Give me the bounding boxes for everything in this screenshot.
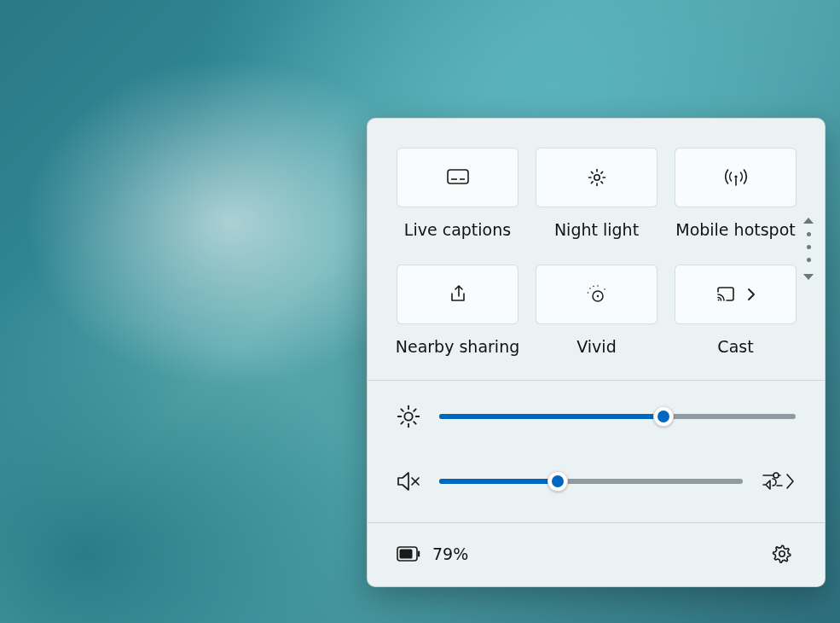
svg-point-20 [597, 285, 599, 287]
audio-output-button[interactable] [762, 464, 796, 498]
svg-line-28 [401, 409, 403, 410]
svg-line-8 [591, 172, 593, 173]
page-up-arrow-icon[interactable] [803, 218, 814, 224]
tile-live-captions-label: Live captions [404, 220, 511, 239]
tile-night-light-wrap: Night light [536, 148, 658, 239]
tile-cast[interactable] [675, 265, 797, 324]
svg-point-22 [717, 299, 719, 300]
tiles-page-indicator[interactable] [796, 218, 821, 280]
chevron-right-icon [747, 288, 756, 301]
sliders-section [368, 381, 825, 522]
tile-live-captions[interactable] [397, 148, 518, 207]
svg-line-29 [414, 422, 415, 423]
tile-vivid-label: Vivid [576, 337, 616, 356]
svg-point-3 [594, 175, 599, 180]
battery-status[interactable]: 79% [397, 544, 468, 563]
settings-button[interactable] [765, 537, 799, 571]
tile-vivid[interactable] [536, 265, 658, 324]
svg-line-11 [600, 172, 602, 173]
quick-settings-panel: Live captions [367, 118, 826, 587]
svg-point-16 [596, 295, 598, 297]
tile-nearby-sharing-label: Nearby sharing [396, 337, 519, 356]
svg-line-10 [591, 182, 593, 183]
share-icon [448, 284, 468, 305]
volume-slider[interactable] [439, 471, 743, 492]
quick-settings-footer: 79% [368, 523, 825, 586]
svg-point-17 [589, 288, 591, 289]
battery-icon [397, 546, 420, 562]
tile-night-light-label: Night light [554, 220, 639, 239]
svg-point-18 [587, 292, 588, 294]
brightness-slider[interactable] [439, 406, 796, 427]
tile-nearby-sharing-wrap: Nearby sharing [397, 265, 518, 356]
battery-percent-label: 79% [432, 544, 468, 563]
page-dot[interactable] [807, 258, 811, 262]
svg-line-30 [401, 422, 403, 423]
tile-mobile-hotspot-label: Mobile hotspot [675, 220, 796, 239]
vivid-icon [586, 284, 608, 305]
hotspot-icon [725, 168, 747, 187]
svg-rect-38 [418, 551, 420, 557]
slider-fill [439, 414, 663, 419]
tile-vivid-wrap: Vivid [536, 265, 658, 356]
quick-tiles-section: Live captions [368, 119, 825, 380]
sun-icon [587, 167, 607, 188]
slider-fill [439, 479, 558, 484]
quick-tiles-grid: Live captions [397, 148, 796, 356]
mixer-icon [762, 469, 796, 493]
tile-night-light[interactable] [536, 148, 658, 207]
captions-icon [447, 169, 469, 186]
tile-nearby-sharing[interactable] [397, 265, 518, 324]
svg-point-35 [773, 473, 779, 478]
svg-rect-39 [400, 550, 413, 559]
svg-point-21 [604, 288, 605, 290]
brightness-icon [397, 405, 420, 428]
tile-cast-label: Cast [717, 337, 753, 356]
svg-point-40 [779, 551, 785, 556]
tile-live-captions-wrap: Live captions [397, 148, 518, 239]
svg-line-9 [600, 182, 602, 183]
volume-row [397, 464, 796, 498]
slider-thumb[interactable] [547, 471, 568, 492]
cast-icon [716, 287, 735, 302]
brightness-row [397, 405, 796, 428]
slider-thumb[interactable] [653, 406, 674, 427]
svg-point-19 [593, 286, 594, 288]
page-down-arrow-icon[interactable] [803, 274, 814, 280]
gear-icon [772, 544, 792, 564]
tile-mobile-hotspot-wrap: Mobile hotspot [675, 148, 797, 239]
page-dot[interactable] [807, 245, 811, 249]
volume-muted-icon[interactable] [397, 471, 420, 492]
svg-line-31 [414, 409, 415, 410]
tile-mobile-hotspot[interactable] [675, 148, 797, 207]
tile-cast-wrap: Cast [675, 265, 797, 356]
svg-point-23 [404, 412, 412, 420]
svg-rect-0 [448, 170, 468, 183]
svg-point-12 [734, 175, 737, 178]
page-dot[interactable] [807, 232, 811, 236]
